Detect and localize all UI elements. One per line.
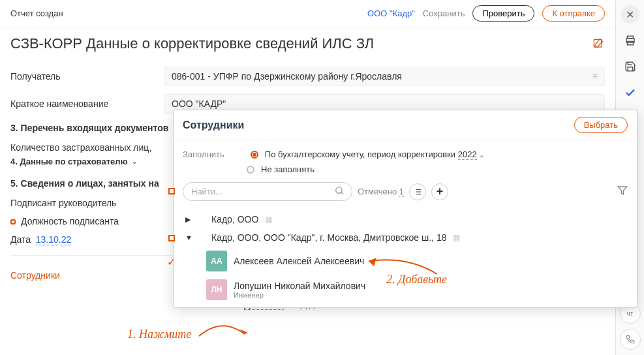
add-icon[interactable]: + — [431, 183, 448, 200]
page-title: СЗВ-КОРР Данные о корректировке сведений… — [10, 35, 374, 52]
signer-label: Подписант руководитель — [10, 198, 154, 208]
person-2-name: Лопушин Николай Михайлович — [234, 281, 365, 291]
radio-none-label: Не заполнять — [261, 164, 314, 174]
expand-icon[interactable]: ▶ — [185, 215, 193, 224]
menu-icon[interactable]: ≡ — [592, 71, 598, 82]
date-label: Дата 13.10.22 — [10, 234, 154, 245]
short-name-label: Краткое наименование — [10, 99, 154, 109]
recipient-field[interactable]: 086-001 - УПФР по Дзержинскому району г.… — [164, 67, 605, 86]
date-value[interactable]: 13.10.22 — [36, 234, 72, 245]
marker-icon — [168, 188, 175, 194]
person-2-role: Инженер — [234, 291, 365, 299]
send-button[interactable]: К отправке — [542, 5, 605, 22]
phone-icon[interactable] — [620, 329, 641, 350]
annotation-1: 1. Нажмите — [127, 328, 191, 341]
svg-line-5 — [341, 193, 343, 194]
popup-title: Сотрудники — [183, 119, 244, 131]
fill-label: Заполнить — [183, 149, 224, 159]
avatar: ЛН — [206, 279, 227, 300]
filter-icon[interactable] — [617, 185, 628, 198]
check-button[interactable]: Проверить — [472, 5, 534, 22]
org-link[interactable]: ООО "Кадр" — [367, 8, 415, 18]
chevron-down-icon: ⌄ — [132, 158, 137, 165]
chevron-down-icon: ⌄ — [479, 151, 484, 159]
search-input[interactable]: Найти... — [183, 182, 352, 201]
save-icon[interactable] — [621, 57, 639, 76]
employees-popup: Сотрудники Выбрать Заполнить По бухгалте… — [173, 110, 637, 308]
svg-marker-12 — [618, 187, 626, 194]
close-icon[interactable]: ✕ — [621, 5, 639, 23]
recipient-label: Получатель — [10, 71, 154, 82]
radio-accounting[interactable] — [251, 151, 258, 159]
person-row-2[interactable]: ЛН Лопушин Николай Михайлович Инженер — [183, 275, 628, 304]
org-row-1[interactable]: ▶ Кадр, ООО ▦ — [183, 210, 628, 228]
person-1-name: Алексеев Алексей Алексеевич — [234, 256, 364, 266]
building-icon: ▦ — [265, 215, 272, 224]
insured-count-label: Количество застрахованных лиц, — [10, 142, 154, 153]
search-icon — [335, 186, 344, 197]
person-row-1[interactable]: АА Алексеев Алексей Алексеевич — [183, 247, 628, 275]
short-name-value: ООО "КАДР" — [172, 99, 226, 109]
check-icon[interactable] — [621, 84, 639, 102]
radio-none[interactable] — [247, 166, 254, 174]
select-button[interactable]: Выбрать — [574, 117, 628, 133]
marker-icon — [168, 235, 175, 241]
recipient-value: 086-001 - УПФР по Дзержинскому району г.… — [172, 71, 402, 82]
print-icon[interactable] — [621, 31, 639, 50]
year-selector[interactable]: 2022 — [458, 149, 477, 160]
check-marker-icon: ✓ — [167, 256, 176, 268]
edit-icon[interactable] — [592, 37, 605, 50]
svg-marker-13 — [239, 329, 248, 334]
collapse-icon[interactable]: ▼ — [185, 234, 193, 241]
list-view-icon[interactable] — [409, 183, 426, 200]
radio-accounting-label: По бухгалтерскому учету, период корректи… — [265, 149, 484, 159]
org-row-2[interactable]: ▼ Кадр, ООО, ООО "Кадр", г. Москва, Дмит… — [183, 228, 628, 247]
org-2-name: Кадр, ООО, ООО "Кадр", г. Москва, Дмитро… — [211, 232, 446, 243]
svg-point-4 — [336, 187, 342, 193]
marked-count-label: Отмечено 1 — [358, 187, 404, 196]
org-1-name: Кадр, ООО — [211, 214, 258, 224]
report-status: Отчет создан — [10, 8, 63, 18]
position-label: Должность подписанта — [10, 216, 154, 226]
save-link[interactable]: Сохранить — [423, 8, 465, 18]
avatar: АА — [206, 251, 227, 271]
building-icon: ▦ — [453, 233, 460, 242]
